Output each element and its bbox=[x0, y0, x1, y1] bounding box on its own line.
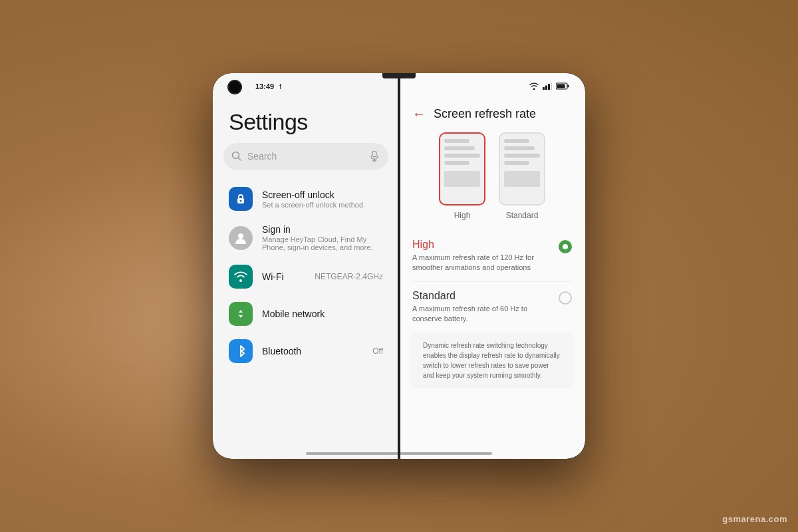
wifi-title: Wi-Fi bbox=[262, 271, 305, 282]
svg-rect-6 bbox=[568, 84, 569, 87]
mockup-line-8 bbox=[504, 161, 529, 165]
right-panel: ← Screen refresh rate High bbox=[399, 73, 585, 459]
high-option-desc: A maximum refresh rate of 120 Hz for smo… bbox=[412, 253, 552, 273]
panel-header: ← Screen refresh rate bbox=[399, 98, 585, 132]
mic-icon[interactable] bbox=[370, 151, 380, 162]
standard-illustration-label: Standard bbox=[506, 211, 539, 220]
screen-off-unlock-text: Screen-off unlock Set a screen-off unloc… bbox=[262, 190, 383, 209]
search-bar[interactable]: Search bbox=[223, 143, 388, 170]
settings-title: Settings bbox=[213, 98, 399, 143]
mockup-line-5 bbox=[504, 139, 529, 143]
svg-point-13 bbox=[240, 200, 242, 202]
signal-icon bbox=[543, 82, 552, 91]
standard-phone-mockup bbox=[499, 132, 545, 205]
screen-off-unlock-subtitle: Set a screen-off unlock method bbox=[262, 201, 383, 209]
screen-off-unlock-title: Screen-off unlock bbox=[262, 190, 383, 200]
svg-line-8 bbox=[239, 158, 241, 161]
high-option-content: High A maximum refresh rate of 120 Hz fo… bbox=[412, 239, 552, 273]
wifi-icon bbox=[229, 265, 253, 289]
high-illustration-label: High bbox=[454, 211, 471, 220]
svg-rect-0 bbox=[543, 87, 545, 90]
mockup-block-2 bbox=[504, 171, 540, 187]
status-fb: f bbox=[279, 83, 281, 90]
search-placeholder: Search bbox=[247, 151, 364, 162]
refresh-note: Dynamic refresh rate switching technolog… bbox=[410, 332, 575, 388]
settings-item-mobile-network[interactable]: Mobile network bbox=[213, 295, 399, 332]
mockup-line-2 bbox=[444, 146, 475, 150]
svg-rect-3 bbox=[551, 82, 552, 90]
high-radio-button[interactable] bbox=[559, 240, 572, 253]
bluetooth-icon bbox=[229, 339, 253, 363]
mockup-block bbox=[444, 171, 480, 187]
settings-item-screen-off-unlock[interactable]: Screen-off unlock Set a screen-off unloc… bbox=[213, 180, 399, 217]
svg-point-14 bbox=[238, 233, 243, 239]
svg-rect-1 bbox=[545, 85, 547, 90]
mobile-network-title: Mobile network bbox=[262, 309, 383, 319]
status-bar-left: 13:49 f bbox=[223, 78, 399, 94]
search-icon bbox=[231, 151, 242, 162]
sign-in-text: Sign in Manage HeyTap Cloud, Find My Pho… bbox=[262, 224, 383, 251]
mockup-line-6 bbox=[504, 146, 535, 150]
camera-hole bbox=[229, 81, 241, 93]
high-refresh-option[interactable]: High A maximum refresh rate of 120 Hz fo… bbox=[412, 231, 572, 282]
settings-list: Screen-off unlock Set a screen-off unloc… bbox=[213, 180, 399, 459]
settings-item-sign-in[interactable]: Sign in Manage HeyTap Cloud, Find My Pho… bbox=[213, 217, 399, 258]
refresh-illustrations: High Standard bbox=[399, 132, 585, 231]
standard-refresh-option[interactable]: Standard A maximum refresh rate of 60 Hz… bbox=[412, 282, 572, 332]
back-button[interactable]: ← bbox=[412, 106, 426, 122]
mobile-network-text: Mobile network bbox=[262, 309, 383, 319]
wifi-status-icon bbox=[529, 82, 539, 91]
settings-item-wifi[interactable]: Wi-Fi NETGEAR-2.4GHz bbox=[213, 258, 399, 295]
svg-rect-9 bbox=[372, 151, 376, 157]
status-time: 13:49 bbox=[255, 82, 274, 90]
mobile-network-icon bbox=[229, 302, 253, 326]
panel-title: Screen refresh rate bbox=[434, 107, 536, 121]
mockup-line-1 bbox=[444, 139, 469, 143]
refresh-options-list: High A maximum refresh rate of 120 Hz fo… bbox=[399, 231, 585, 332]
watermark: gsmarena.com bbox=[722, 514, 787, 524]
phone-device: 13:49 f bbox=[213, 73, 585, 459]
left-panel: Settings Search bbox=[213, 73, 399, 459]
battery-icon bbox=[556, 82, 569, 91]
high-phone-mockup bbox=[439, 132, 485, 205]
sign-in-title: Sign in bbox=[262, 224, 383, 235]
standard-option-name: Standard bbox=[412, 290, 552, 302]
svg-rect-2 bbox=[548, 84, 550, 90]
mockup-line-7 bbox=[504, 154, 540, 158]
standard-illustration[interactable]: Standard bbox=[499, 132, 545, 220]
settings-item-bluetooth[interactable]: Bluetooth Off bbox=[213, 332, 399, 370]
svg-rect-5 bbox=[557, 84, 565, 88]
sign-in-subtitle: Manage HeyTap Cloud, Find My Phone, sign… bbox=[262, 235, 383, 251]
high-illustration[interactable]: High bbox=[439, 132, 485, 220]
standard-radio-button[interactable] bbox=[559, 291, 572, 305]
screen-off-unlock-icon bbox=[229, 187, 253, 211]
bluetooth-title: Bluetooth bbox=[262, 346, 363, 356]
sign-in-avatar bbox=[229, 226, 253, 250]
standard-option-desc: A maximum refresh rate of 60 Hz to conse… bbox=[412, 304, 552, 325]
wifi-text: Wi-Fi bbox=[262, 271, 305, 282]
status-bar-right bbox=[399, 78, 575, 94]
bluetooth-text: Bluetooth bbox=[262, 346, 363, 356]
hinge-top bbox=[382, 73, 416, 78]
mockup-line-3 bbox=[444, 154, 480, 158]
mockup-line-4 bbox=[444, 161, 469, 165]
standard-option-content: Standard A maximum refresh rate of 60 Hz… bbox=[412, 290, 552, 325]
wifi-value: NETGEAR-2.4GHz bbox=[315, 272, 383, 281]
bluetooth-value: Off bbox=[372, 346, 383, 356]
high-option-name: High bbox=[412, 239, 552, 251]
fold-line bbox=[398, 73, 400, 459]
